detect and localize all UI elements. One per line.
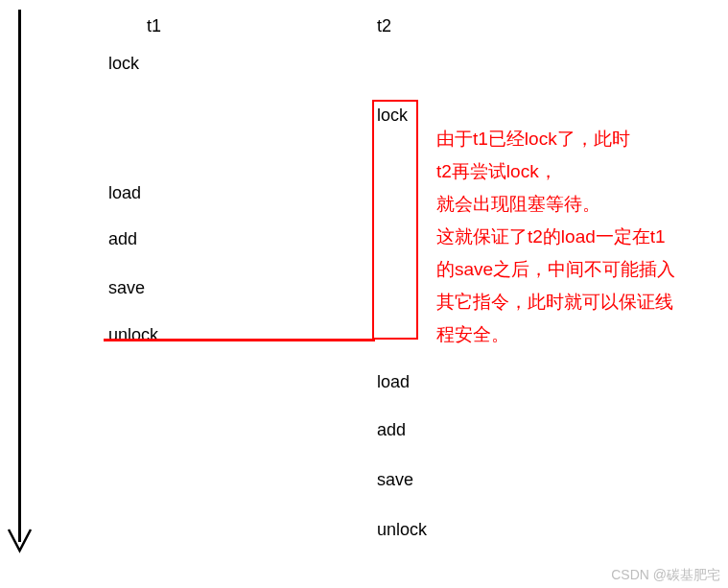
annotation-line-4: 这就保证了t2的load一定在t1	[436, 223, 666, 251]
annotation-line-6: 其它指令，此时就可以保证线	[436, 289, 673, 317]
annotation-line-1: 由于t1已经lock了，此时	[436, 126, 630, 153]
watermark: CSDN @碳基肥宅	[611, 567, 720, 584]
header-t1: t1	[147, 16, 161, 36]
timeline-arrow-head	[7, 528, 33, 556]
t1-add: add	[108, 229, 137, 249]
annotation-line-3: 就会出现阻塞等待。	[436, 191, 600, 219]
annotation-line-5: 的save之后，中间不可能插入	[436, 256, 675, 284]
timeline-arrow-shaft	[18, 10, 21, 542]
t1-load: load	[108, 183, 141, 203]
t2-save: save	[377, 470, 413, 490]
t1-lock: lock	[108, 54, 139, 74]
t2-add: add	[377, 420, 406, 440]
annotation-line-7: 程安全。	[436, 321, 509, 349]
blocking-highlight-box	[372, 100, 418, 340]
t2-load: load	[377, 372, 410, 392]
t1-unlock: unlock	[108, 325, 158, 345]
header-t2: t2	[377, 16, 391, 36]
t2-unlock: unlock	[377, 520, 427, 540]
annotation-line-2: t2再尝试lock，	[436, 158, 557, 186]
t1-save: save	[108, 278, 145, 298]
unlock-connector-line	[104, 339, 375, 341]
